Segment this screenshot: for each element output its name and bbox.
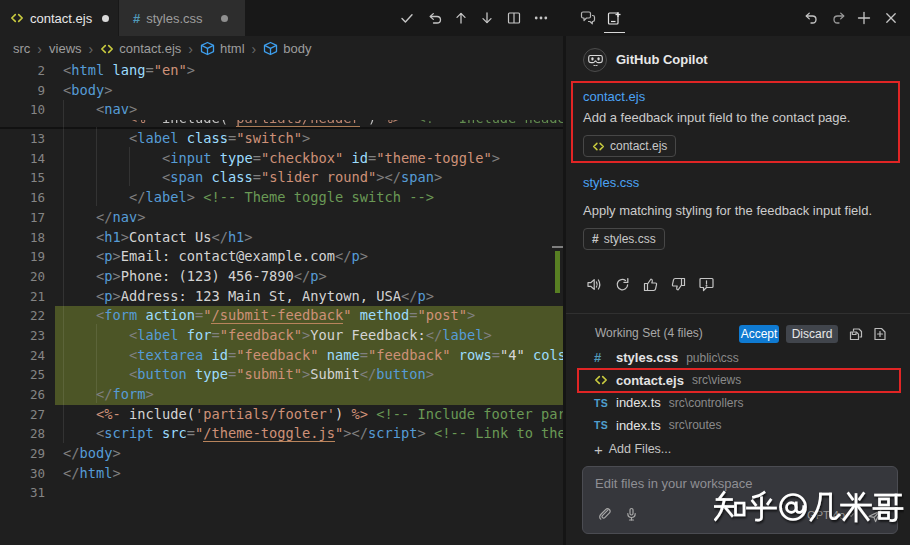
accept-button[interactable]: Accept — [739, 325, 779, 343]
copilot-avatar — [583, 48, 607, 72]
previous-change-icon[interactable] — [453, 10, 469, 26]
line-number: 17 — [0, 208, 45, 228]
line-number: 28 — [0, 424, 45, 444]
tab-label: contact.ejs — [30, 11, 92, 26]
file-name: index.ts — [616, 395, 661, 410]
thumbs-up-icon[interactable] — [642, 276, 659, 293]
chevron-right-icon: › — [252, 44, 257, 54]
line-number: 27 — [0, 405, 45, 425]
chevron-right-icon: › — [89, 44, 94, 54]
code-line-18[interactable]: 18<h1>Contact Us</h1> — [0, 228, 563, 248]
retry-icon[interactable] — [614, 276, 631, 293]
read-aloud-icon[interactable] — [586, 276, 603, 293]
symbol-cube-icon — [263, 41, 278, 56]
modified-dot-icon[interactable] — [221, 15, 228, 22]
chat-view-icon[interactable] — [580, 10, 596, 26]
file-chip-styles-css[interactable]: # styles.css — [583, 228, 665, 250]
ejs-file-icon — [10, 11, 24, 25]
title-bar: contact.ejs # styles.css — [0, 0, 910, 36]
working-set-row-index.ts[interactable]: TSindex.tssrc\controllers — [566, 392, 910, 415]
breadcrumb-item-html[interactable]: html — [200, 41, 245, 56]
code-editor[interactable]: 2<html lang="en">9<body>10<nav><%- inclu… — [0, 61, 563, 545]
breadcrumb-item-src[interactable]: src — [13, 41, 30, 56]
modified-dot-icon[interactable] — [102, 15, 109, 22]
copilot-edits-view-icon[interactable] — [606, 10, 622, 26]
section-divider — [566, 313, 910, 314]
code-line-19[interactable]: 19<p>Email: contact@example.com</p> — [0, 247, 563, 267]
code-lines: 2<html lang="en">9<body>10<nav><%- inclu… — [0, 61, 563, 503]
input-placeholder: Edit files in your workspace — [595, 476, 753, 491]
indent-guide — [63, 100, 64, 443]
code-line-16[interactable]: 16</label> <!-- Theme toggle switch --> — [0, 188, 563, 208]
code-line-21[interactable]: 21<p>Address: 123 Main St, Anytown, USA<… — [0, 287, 563, 307]
breadcrumb-item-views[interactable]: views — [49, 41, 82, 56]
code-line-30[interactable]: 30</html> — [0, 464, 563, 484]
attach-paperclip-icon[interactable] — [597, 507, 612, 522]
code-line-9[interactable]: 9<body> — [0, 81, 563, 101]
code-line-15[interactable]: 15<span class="slider round"></span> — [0, 168, 563, 188]
more-actions-icon[interactable] — [533, 10, 549, 26]
panel-title: GitHub Copilot — [616, 52, 708, 67]
working-set-row-index.ts[interactable]: TSindex.tssrc\routes — [566, 414, 910, 437]
next-change-icon[interactable] — [479, 10, 495, 26]
code-line-29[interactable]: 29</body> — [0, 444, 563, 464]
breadcrumb-item-body[interactable]: body — [263, 41, 311, 56]
code-line-28[interactable]: 28<script src="/theme-toggle.js"></scrip… — [0, 424, 563, 444]
breadcrumb: src › views › contact.ejs › html › body — [0, 36, 563, 61]
line-number: 22 — [0, 306, 45, 326]
code-line-24[interactable]: 24<textarea id="feedback" name="feedback… — [0, 346, 563, 366]
copilot-goggles-icon — [588, 55, 603, 66]
code-line-10[interactable]: 10<nav> — [0, 100, 563, 120]
breadcrumb-item-file[interactable]: contact.ejs — [100, 41, 181, 56]
code-line-23[interactable]: 23<label for="feedback">Your Feedback:</… — [0, 326, 563, 346]
code-line-31[interactable]: 31 — [0, 483, 563, 503]
accept-check-icon[interactable] — [399, 10, 415, 26]
add-files-button[interactable]: + Add Files... — [594, 440, 671, 458]
close-panel-icon[interactable] — [883, 10, 899, 26]
response-actions — [586, 276, 715, 293]
working-set-title: Working Set (4 files) — [595, 326, 703, 340]
new-session-plus-icon[interactable] — [856, 10, 872, 26]
file-path: public\css — [686, 351, 739, 365]
mic-icon[interactable] — [624, 507, 639, 522]
code-line-13[interactable]: 13<label class="switch"> — [0, 129, 563, 149]
tab-styles-css[interactable]: # styles.css — [119, 0, 245, 36]
line-number: 29 — [0, 444, 45, 464]
watermark-zhihu — [714, 490, 904, 526]
code-line-26[interactable]: 26</form> — [0, 385, 563, 405]
code-line-22[interactable]: 22<form action="/submit-feedback" method… — [0, 306, 563, 326]
save-all-icon[interactable] — [848, 326, 864, 342]
line-number: 24 — [0, 346, 45, 366]
working-set-row-contact.ejs[interactable]: contact.ejssrc\views — [566, 369, 910, 392]
file-chip-contact-ejs[interactable]: contact.ejs — [583, 135, 676, 157]
working-set-row-styles.css[interactable]: #styles.csspublic\css — [566, 347, 910, 370]
split-editor-icon[interactable] — [506, 10, 522, 26]
open-changes-icon[interactable] — [872, 326, 888, 342]
tab-contact-ejs[interactable]: contact.ejs — [0, 0, 118, 36]
clipped-code-line: <%- include('partials/header') %> <!-- I… — [0, 120, 563, 127]
report-icon[interactable] — [698, 276, 715, 293]
code-line-25[interactable]: 25<button type="submit">Submit</button> — [0, 365, 563, 385]
tab-label: styles.css — [146, 11, 202, 26]
undo-icon[interactable] — [803, 10, 819, 26]
file-name: styles.css — [616, 350, 678, 365]
code-line-2[interactable]: 2<html lang="en"> — [0, 61, 563, 81]
line-number: 13 — [0, 129, 45, 149]
code-line-20[interactable]: 20<p>Phone: (123) 456-7890</p> — [0, 267, 563, 287]
line-number: 19 — [0, 247, 45, 267]
response-text: Add a feedback input field to the contac… — [583, 110, 850, 125]
plus-icon: + — [594, 442, 603, 457]
working-set-file-list: #styles.csspublic\csscontact.ejssrc\view… — [566, 347, 910, 437]
response-file-link[interactable]: contact.ejs — [583, 89, 645, 104]
thumbs-down-icon[interactable] — [670, 276, 687, 293]
line-number: 30 — [0, 464, 45, 484]
discard-icon[interactable] — [427, 10, 443, 26]
response-file-link[interactable]: styles.css — [583, 175, 639, 190]
redo-icon[interactable] — [831, 10, 847, 26]
discard-button[interactable]: Discard — [786, 325, 838, 343]
line-number: 15 — [0, 168, 45, 188]
chevron-right-icon: › — [37, 44, 42, 54]
code-line-17[interactable]: 17</nav> — [0, 208, 563, 228]
code-line-14[interactable]: 14<input type="checkbox" id="theme-toggl… — [0, 149, 563, 169]
code-line-27[interactable]: 27<%- include('partials/footer') %> <!--… — [0, 405, 563, 425]
